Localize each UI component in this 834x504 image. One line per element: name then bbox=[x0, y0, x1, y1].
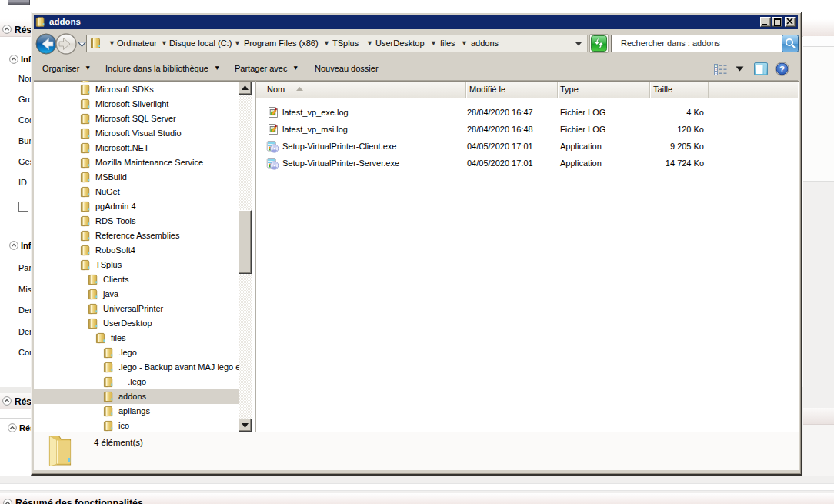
svg-text:?: ? bbox=[779, 65, 785, 74]
